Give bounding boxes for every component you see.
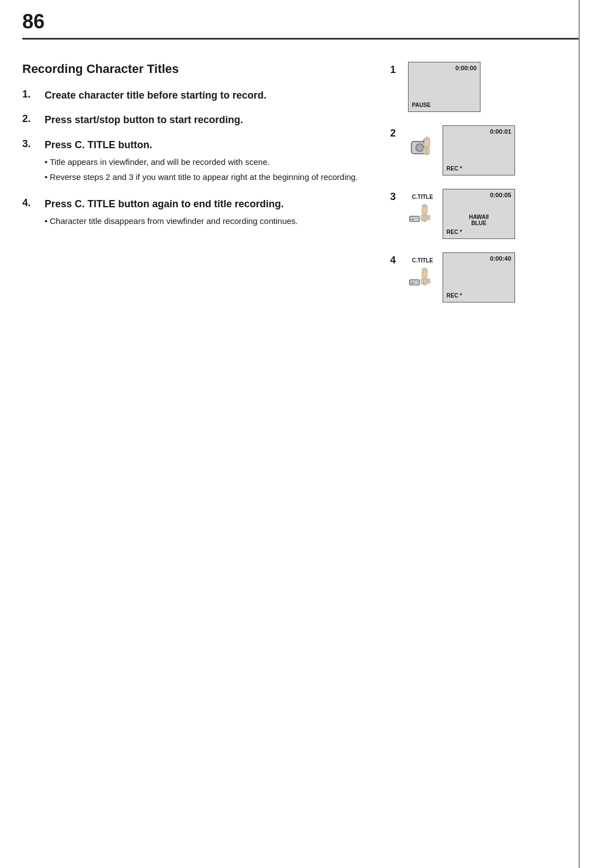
start-stop-icon [408,134,437,167]
diagram-1-status: PAUSE [412,102,431,108]
svg-point-2 [416,144,424,152]
step-1-text: Create character title before starting t… [45,89,266,102]
svg-rect-19 [422,270,428,277]
diagram-4-step: 4 [390,255,402,266]
diagram-3-status: REC * [446,229,462,235]
svg-text:/⇒: /⇒ [411,217,415,221]
diagram-4-timecode: 0:00:40 [490,255,511,262]
diagram-3-content: C.TITLE /⇒ 0:00:05 [408,189,515,239]
diagram-4-content: C.TITLE /⇒ 0:00:40 REC * [408,252,515,303]
diagram-3-ctitle-label: C.TITLE [412,194,433,200]
svg-rect-14 [424,215,427,221]
svg-rect-21 [421,279,424,284]
left-column: Recording Character Titles 1. Create cha… [22,62,373,303]
diagram-3-title-text: HAWAIIBLUE [469,214,489,226]
diagram-1-content: 0:00:00 PAUSE [408,62,480,112]
diagram-1-timecode: 0:00:00 [455,65,477,71]
right-column: 1 0:00:00 PAUSE 2 [390,62,580,303]
diagram-4: 4 C.TITLE /⇒ 0:00:40 [390,252,580,303]
step-3: 3. Press C. TITLE button. Title appears … [22,138,373,186]
step-4-bullets: Character title disappears from viewfind… [45,215,298,227]
svg-rect-11 [422,206,428,214]
step-4: 4. Press C. TITLE button again to end ti… [22,197,373,230]
ctitle-press-icon: /⇒ [408,201,437,235]
svg-text:/⇒: /⇒ [411,281,415,284]
diagram-1-viewfinder: 0:00:00 PAUSE [408,62,480,112]
diagram-2-content: 0:00:01 REC * [408,125,515,175]
step-3-text: Press C. TITLE button. [45,138,358,152]
diagram-4-viewfinder: 0:00:40 REC * [443,252,515,303]
step-3-bullets: Title appears in viewfinder, and will be… [45,156,358,183]
svg-rect-6 [423,148,426,154]
svg-rect-15 [428,215,430,220]
step-2-number: 2. [22,113,38,125]
step-4-bullet-1: Character title disappears from viewfind… [45,215,298,227]
step-3-bullet-1: Title appears in viewfinder, and will be… [45,156,358,168]
step-4-number: 4. [22,197,38,209]
diagram-4-ctitle-label: C.TITLE [412,257,433,264]
diagram-3: 3 C.TITLE /⇒ [390,189,580,239]
diagram-2-step: 2 [390,128,402,139]
diagram-3-button: C.TITLE /⇒ [408,194,437,235]
step-2-text: Press start/stop button to start recordi… [45,113,243,126]
diagram-3-step: 3 [390,191,402,203]
svg-rect-4 [424,139,430,147]
diagram-3-timecode: 0:00:05 [490,192,511,198]
page-number: 86 [0,0,602,33]
svg-rect-22 [424,279,427,284]
svg-rect-7 [426,148,429,154]
diagram-4-status: REC * [446,292,462,299]
diagram-2-status: REC * [446,165,462,172]
diagram-4-button: C.TITLE /⇒ [408,257,437,298]
diagram-3-viewfinder: 0:00:05 HAWAIIBLUE REC * [443,189,515,239]
step-1-number: 1. [22,89,38,100]
svg-rect-23 [428,279,430,284]
section-title: Recording Character Titles [22,62,373,76]
step-1: 1. Create character title before startin… [22,89,373,102]
diagram-1: 1 0:00:00 PAUSE [390,62,580,112]
diagram-2-timecode: 0:00:01 [490,128,511,135]
svg-rect-13 [421,215,424,221]
right-vertical-rule [579,0,580,868]
diagram-1-step: 1 [390,64,402,76]
step-4-text: Press C. TITLE button again to end title… [45,197,298,211]
diagram-2-viewfinder: 0:00:01 REC * [443,125,515,175]
step-3-bullet-2: Reverse steps 2 and 3 if you want title … [45,171,358,183]
step-2: 2. Press start/stop button to start reco… [22,113,373,126]
step-3-number: 3. [22,138,38,150]
diagram-2: 2 [390,125,580,175]
diagram-2-button [408,134,437,167]
ctitle-press2-icon: /⇒ [408,265,437,298]
